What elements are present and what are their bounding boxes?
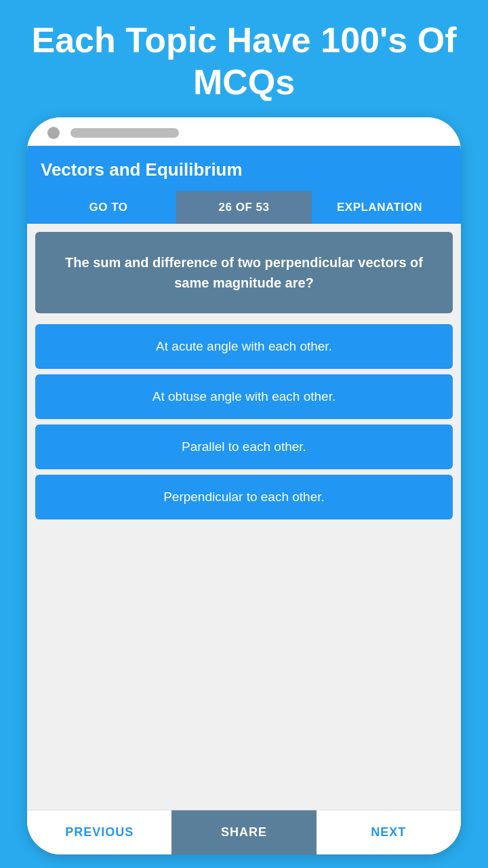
question-text: The sum and difference of two perpendicu…	[52, 252, 436, 293]
share-button[interactable]: SHARE	[171, 810, 316, 854]
previous-button[interactable]: PREVIOUS	[27, 810, 171, 854]
phone-camera	[47, 127, 60, 139]
topic-title: Vectors and Equilibrium	[41, 159, 447, 191]
bottom-nav: PREVIOUS SHARE NEXT	[27, 810, 461, 854]
tab-explanation[interactable]: EXPLANATION	[312, 191, 447, 224]
question-area: The sum and difference of two perpendicu…	[35, 232, 453, 313]
phone-frame: Vectors and Equilibrium GO TO 26 OF 53 E…	[27, 117, 461, 854]
page-headline: Each Topic Have 100's Of MCQs	[20, 19, 468, 104]
option-d[interactable]: Perpendicular to each other.	[35, 475, 453, 519]
option-b[interactable]: At obtuse angle with each other.	[35, 374, 453, 419]
tab-progress[interactable]: 26 OF 53	[176, 191, 312, 224]
spacer	[27, 522, 461, 810]
option-c[interactable]: Parallel to each other.	[35, 425, 453, 469]
option-a[interactable]: At acute angle with each other.	[35, 324, 453, 369]
options-area: At acute angle with each other. At obtus…	[27, 321, 461, 522]
tabs-row: GO TO 26 OF 53 EXPLANATION	[41, 191, 447, 224]
topic-header: Vectors and Equilibrium GO TO 26 OF 53 E…	[27, 146, 461, 224]
phone-status-bar	[27, 117, 461, 146]
tab-goto[interactable]: GO TO	[41, 191, 176, 224]
app-content: Vectors and Equilibrium GO TO 26 OF 53 E…	[27, 146, 461, 854]
phone-speaker	[70, 128, 179, 138]
next-button[interactable]: NEXT	[317, 810, 461, 854]
